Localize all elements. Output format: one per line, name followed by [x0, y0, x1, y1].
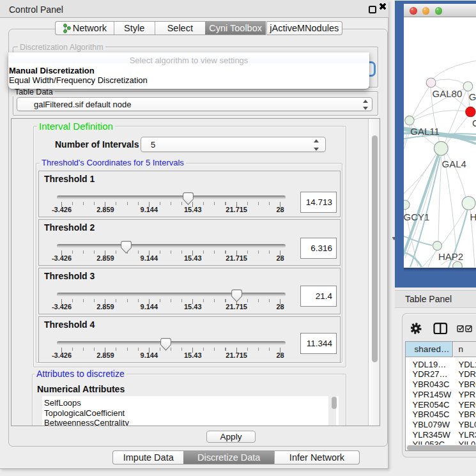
svg-text:H: H	[470, 211, 476, 222]
svg-text:GAL11: GAL11	[410, 126, 440, 137]
svg-text:GAL4: GAL4	[442, 158, 466, 169]
svg-text:GCY1: GCY1	[404, 211, 429, 222]
svg-text:GA: GA	[469, 91, 476, 102]
svg-text:HAP2: HAP2	[438, 251, 463, 262]
svg-text:C: C	[472, 118, 476, 128]
svg-text:GAL80: GAL80	[433, 88, 463, 99]
